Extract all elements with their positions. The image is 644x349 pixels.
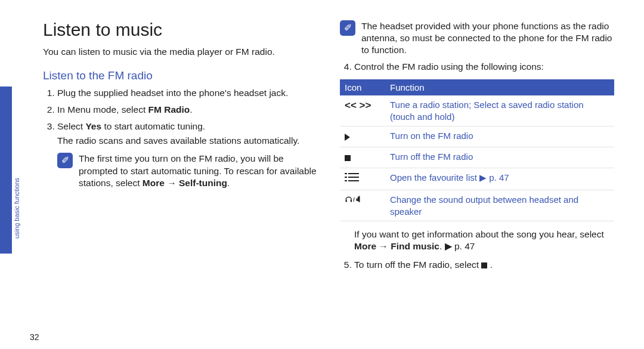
svg-marker-10 [358,196,360,202]
svg-rect-3 [348,177,359,178]
step-3: Select Yes to start automatic tuning. Th… [57,121,317,147]
step3-tail: to start automatic tuning. [101,121,205,131]
table-row: / Change the sound output between headse… [340,190,614,221]
stop-icon-inline [481,262,487,268]
tune-desc: Tune a radio station; Select a saved rad… [385,95,614,126]
output-desc: Change the sound output between headset … [385,190,614,221]
step3-bold-yes: Yes [85,121,101,131]
note-icon [57,153,73,168]
page-title: Listen to music [43,18,317,41]
note-left-bold-more: More [143,178,165,188]
intro-text: You can listen to music via the media pl… [43,46,317,58]
step-1: Plug the supplied headset into the phone… [57,87,317,99]
side-tab [0,87,12,254]
list-desc: Open the favourite list ▶ p. 47 [385,168,614,190]
right-column: The headset provided with your phone fun… [340,18,614,277]
note-left: The first time you turn on the FM radio,… [43,153,317,189]
find-arrow: → [376,241,391,251]
step-2: In Menu mode, select FM Radio. [57,104,317,116]
step-5: To turn off the FM radio, select . [354,259,614,271]
svg-rect-4 [345,180,347,181]
steps-list-left: Plug the supplied headset into the phone… [43,87,317,147]
icon-function-table: Icon Function << >> Tune a radio station… [340,79,614,222]
table-header-row: Icon Function [340,79,614,96]
th-icon: Icon [340,79,385,96]
page-number: 32 [30,332,39,342]
table-row: Turn off the FM radio [340,147,614,168]
table-row: << >> Tune a radio station; Select a sav… [340,95,614,126]
stop-icon [340,147,385,168]
subheading-fm-radio: Listen to the FM radio [43,69,317,84]
note-left-arrow: → [165,178,179,188]
steps-list-right-2: To turn off the FM radio, select . [340,259,614,271]
step2-text: In Menu mode, select [57,104,148,115]
svg-rect-0 [345,173,347,174]
svg-rect-1 [348,173,359,174]
svg-rect-9 [357,199,358,202]
table-row: Turn on the FM radio [340,126,614,147]
side-section-label: using basic functions [13,178,20,239]
output-icon: / [340,190,385,221]
note-right-text: The headset provided with your phone fun… [361,20,614,56]
list-icon [340,168,385,190]
find-pre: If you want to get information about the… [354,229,604,239]
note-left-bold-self-tuning: Self-tuning [179,178,227,188]
find-post: . ▶ p. 47 [439,241,475,251]
find-bold-more: More [354,241,376,251]
find-bold-find-music: Find music [391,241,439,251]
find-music-para: If you want to get information about the… [354,228,614,252]
note-left-text: The first time you turn on the FM radio,… [79,153,317,189]
left-column: Listen to music You can listen to music … [43,18,317,194]
stop-desc: Turn off the FM radio [385,147,614,168]
svg-text:/: / [353,197,355,203]
steps-list-right: Control the FM radio using the following… [340,61,614,73]
play-icon [340,126,385,147]
step2-tail: . [190,104,192,115]
svg-rect-6 [346,200,347,202]
step3-sub: The radio scans and saves available stat… [57,135,317,147]
step5-pre: To turn off the FM radio, select [354,260,481,270]
note-left-post: . [227,178,230,188]
table-row: Open the favourite list ▶ p. 47 [340,168,614,190]
note-right: The headset provided with your phone fun… [340,20,614,56]
step3-text: Select [57,121,85,131]
step-4: Control the FM radio using the following… [354,61,614,73]
step5-post: . [487,260,493,270]
play-desc: Turn on the FM radio [385,126,614,147]
note-icon [340,20,355,36]
svg-rect-5 [348,180,359,181]
th-function: Function [385,79,614,96]
svg-rect-2 [345,177,347,178]
step2-bold-fm-radio: FM Radio [148,104,190,115]
tune-icon: << >> [340,95,385,126]
svg-rect-7 [351,200,352,202]
